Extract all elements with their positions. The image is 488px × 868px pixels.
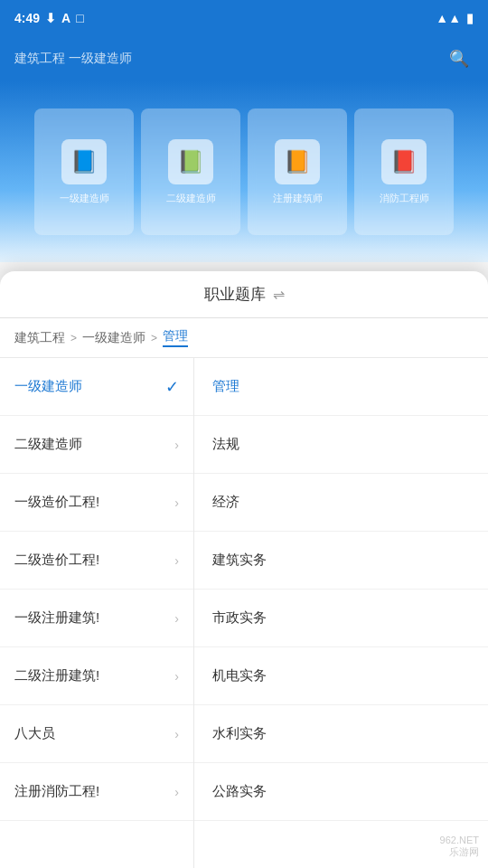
left-item-chevron-3: › (174, 553, 179, 568)
left-item-0[interactable]: 一级建造师 ✓ (0, 358, 193, 416)
sheet-title: 职业题库 (204, 284, 266, 305)
status-left: 4:49 ⬇ A □ (14, 11, 84, 25)
left-item-check-0: ✓ (165, 377, 179, 397)
status-right: ▲▲ ▮ (436, 11, 474, 25)
bottom-sheet: 职业题库 ⇌ 建筑工程 > 一级建造师 > 管理 一级建造师 ✓ 二级建造师 ›… (0, 271, 488, 868)
sim-icon: A (61, 11, 70, 25)
left-item-chevron-2: › (174, 495, 179, 510)
hero-card-label-0: 一级建造师 (60, 192, 109, 205)
hero-cards: 📘 一级建造师 📗 二级建造师 📙 注册建筑师 📕 消防工程师 (9, 90, 479, 253)
watermark: 962.NET乐游网 (440, 835, 479, 859)
right-item-7[interactable]: 公路实务 (194, 763, 488, 821)
left-item-text-3: 二级造价工程! (14, 552, 99, 569)
hero-card-icon-1: 📗 (168, 139, 213, 184)
left-item-chevron-7: › (174, 785, 179, 799)
left-item-text-6: 八大员 (14, 725, 55, 742)
top-bar-title: 建筑工程 一级建造师 (14, 51, 132, 67)
left-item-4[interactable]: 一级注册建筑! › (0, 590, 193, 647)
left-item-2[interactable]: 一级造价工程! › (0, 474, 193, 532)
sheet-header: 职业题库 ⇌ (0, 271, 488, 318)
swap-icon[interactable]: ⇌ (273, 286, 285, 303)
left-item-chevron-1: › (174, 438, 179, 452)
right-item-text-4: 市政实务 (212, 609, 267, 627)
right-item-text-6: 水利实务 (212, 725, 267, 742)
left-item-chevron-5: › (174, 669, 179, 684)
left-column: 一级建造师 ✓ 二级建造师 › 一级造价工程! › 二级造价工程! › 一级注册… (0, 358, 194, 868)
download-icon: ⬇ (45, 11, 56, 25)
status-bar: 4:49 ⬇ A □ ▲▲ ▮ (0, 0, 488, 36)
battery-icon: ▮ (466, 11, 474, 25)
hero-card-3[interactable]: 📕 消防工程师 (354, 108, 454, 235)
left-item-text-5: 二级注册建筑! (14, 667, 99, 684)
two-column-list: 一级建造师 ✓ 二级建造师 › 一级造价工程! › 二级造价工程! › 一级注册… (0, 358, 488, 868)
right-item-text-3: 建筑实务 (212, 552, 267, 569)
time-display: 4:49 (14, 11, 40, 25)
hero-card-icon-3: 📕 (381, 139, 427, 184)
left-item-text-4: 一级注册建筑! (14, 609, 99, 627)
hero-card-icon-2: 📙 (275, 139, 320, 184)
right-item-1[interactable]: 法规 (194, 416, 488, 474)
hero-card-icon-0: 📘 (61, 139, 107, 184)
hero-card-label-1: 二级建造师 (166, 192, 216, 205)
right-item-4[interactable]: 市政实务 (194, 590, 488, 647)
left-item-chevron-4: › (174, 611, 179, 626)
hero-card-1[interactable]: 📗 二级建造师 (141, 108, 240, 235)
left-item-7[interactable]: 注册消防工程! › (0, 763, 193, 821)
left-item-chevron-6: › (174, 727, 179, 741)
left-item-6[interactable]: 八大员 › (0, 705, 193, 763)
breadcrumb-item-0[interactable]: 建筑工程 (14, 330, 65, 346)
right-item-5[interactable]: 机电实务 (194, 647, 488, 705)
right-item-text-2: 经济 (212, 494, 239, 511)
left-item-3[interactable]: 二级造价工程! › (0, 532, 193, 590)
right-item-2[interactable]: 经济 (194, 474, 488, 532)
breadcrumb-item-1[interactable]: 一级建造师 (82, 330, 145, 346)
right-item-0[interactable]: 管理 (194, 358, 488, 416)
search-button[interactable]: 🔍 (445, 44, 474, 73)
hero-card-label-2: 注册建筑师 (273, 192, 323, 205)
breadcrumb-separator-1: > (151, 332, 157, 344)
hero-card-0[interactable]: 📘 一级建造师 (34, 108, 134, 235)
screen-icon: □ (76, 11, 83, 25)
hero-card-2[interactable]: 📙 注册建筑师 (248, 108, 347, 235)
right-item-text-7: 公路实务 (212, 783, 267, 800)
hero-area: 📘 一级建造师 📗 二级建造师 📙 注册建筑师 📕 消防工程师 (0, 81, 488, 262)
breadcrumb-active[interactable]: 管理 (163, 328, 188, 347)
left-item-text-7: 注册消防工程! (14, 783, 99, 800)
right-item-text-0: 管理 (212, 378, 239, 395)
wifi-icon: ▲▲ (436, 11, 461, 25)
right-item-text-1: 法规 (212, 436, 239, 453)
left-item-text-1: 二级建造师 (14, 436, 82, 453)
left-item-5[interactable]: 二级注册建筑! › (0, 647, 193, 705)
right-item-3[interactable]: 建筑实务 (194, 532, 488, 590)
left-item-text-2: 一级造价工程! (14, 494, 99, 511)
hero-card-label-3: 消防工程师 (380, 192, 429, 205)
top-bar: 建筑工程 一级建造师 🔍 (0, 36, 488, 81)
left-item-1[interactable]: 二级建造师 › (0, 416, 193, 474)
left-item-text-0: 一级建造师 (14, 378, 82, 395)
right-column: 管理 法规 经济 建筑实务 市政实务 机电实务 水利实务 公路实务 (194, 358, 488, 868)
breadcrumb: 建筑工程 > 一级建造师 > 管理 (0, 318, 488, 358)
breadcrumb-separator-0: > (70, 332, 77, 344)
right-item-text-5: 机电实务 (212, 667, 267, 684)
right-item-6[interactable]: 水利实务 (194, 705, 488, 763)
